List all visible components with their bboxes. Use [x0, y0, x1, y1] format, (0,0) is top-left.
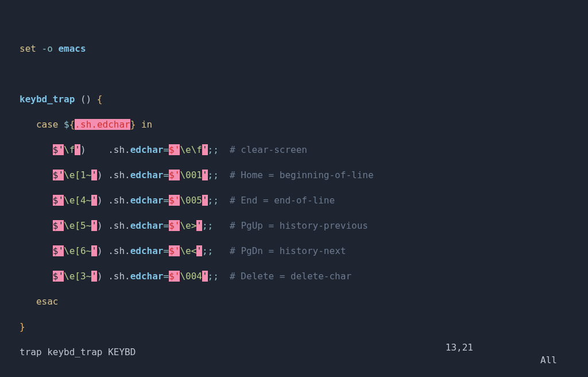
search-highlight: ': [196, 245, 202, 256]
code-line: $'\e[6~') .sh.edchar=$'\e<';; # PgDn = h…: [20, 245, 568, 257]
comment: # Home = beginning-of-line: [230, 170, 373, 180]
code-line: case ${.sh.edchar} in: [20, 118, 568, 131]
comment: # clear-screen: [230, 144, 307, 155]
comment: # PgDn = history-next: [230, 245, 346, 256]
code-line: keybd_trap () {: [20, 93, 568, 106]
code-line: $'\e[4~') .sh.edchar=$'\005';; # End = e…: [20, 194, 568, 207]
code-line: $'\e[1~') .sh.edchar=$'\001';; # Home = …: [20, 169, 568, 182]
empty-line-tilde: ~: [20, 371, 568, 377]
search-highlight: $': [169, 195, 180, 206]
search-highlight: ': [202, 170, 208, 180]
search-highlight: $': [169, 271, 180, 282]
scroll-indicator: All: [540, 354, 557, 367]
search-highlight: ': [91, 220, 97, 231]
search-highlight: $': [53, 170, 64, 180]
code-line: esac: [20, 295, 568, 308]
search-highlight: ': [75, 144, 80, 155]
search-highlight: ': [91, 170, 97, 180]
comment: # Delete = delete-char: [230, 271, 351, 282]
search-highlight: ': [202, 144, 208, 155]
search-highlight: $': [169, 220, 180, 231]
search-highlight: $': [53, 245, 64, 256]
search-highlight: $': [169, 245, 180, 256]
search-highlight: ': [91, 271, 97, 282]
cursor-position: 13,21: [446, 341, 473, 354]
search-highlight: ': [196, 220, 202, 231]
vim-editor-viewport[interactable]: set -o emacs keybd_trap () { case ${.sh.…: [0, 0, 588, 377]
search-highlight: ': [91, 245, 97, 256]
option-emacs: emacs: [58, 43, 86, 54]
code-line: set -o emacs: [20, 43, 568, 55]
code-line: $'\e[5~') .sh.edchar=$'\e>';; # PgUp = h…: [20, 220, 568, 232]
search-highlight: ': [202, 195, 208, 206]
search-highlight: $': [53, 144, 64, 155]
option-dash-o: -o: [36, 43, 59, 54]
code-line: $'\e[3~') .sh.edchar=$'\004';; # Delete …: [20, 270, 568, 283]
func-name: keybd_trap: [20, 94, 75, 105]
search-highlight: ': [202, 271, 208, 282]
search-highlight: $': [53, 195, 64, 206]
keyword-case: case: [36, 119, 59, 130]
open-brace: {: [97, 94, 103, 105]
comment: # End = end-of-line: [230, 195, 335, 206]
search-highlight: $': [53, 220, 64, 231]
vim-status-line: 13,21 All: [0, 329, 588, 367]
keyword-set: set: [20, 43, 36, 54]
search-highlight: $': [53, 271, 64, 282]
blank-line: [20, 68, 568, 80]
keyword-esac: esac: [36, 296, 59, 307]
search-highlight: $': [169, 144, 180, 155]
search-highlight: $': [169, 170, 180, 180]
comment: # PgUp = history-previous: [230, 220, 368, 231]
search-highlight: ': [91, 195, 97, 206]
code-line: $'\f') .sh.edchar=$'\e\f';; # clear-scre…: [20, 144, 568, 156]
search-highlight: .sh.edchar: [75, 119, 130, 130]
